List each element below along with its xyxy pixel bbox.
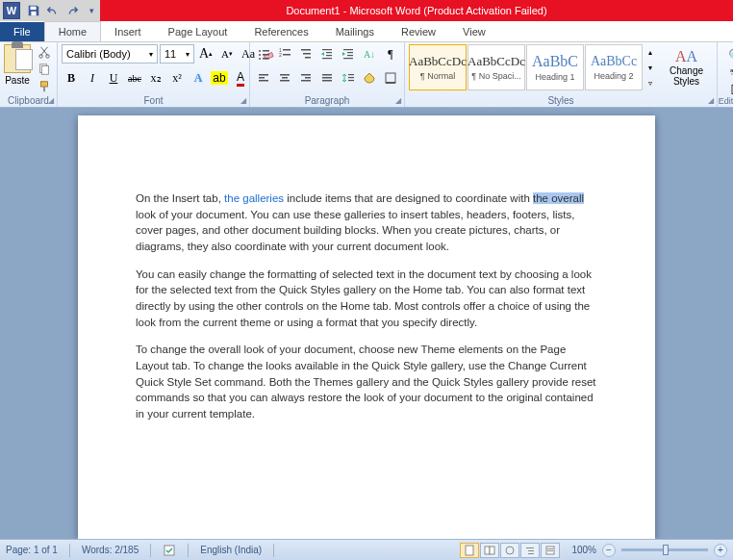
ribbon-tabs: File Home Insert Page Layout References … — [0, 21, 733, 42]
full-screen-reading-view-icon[interactable] — [480, 543, 499, 558]
strikethrough-button[interactable]: abc — [125, 68, 144, 88]
styles-more-icon[interactable]: ▿ — [644, 75, 657, 90]
tab-mailings[interactable]: Mailings — [322, 22, 388, 41]
borders-button[interactable] — [381, 68, 400, 88]
tab-insert[interactable]: Insert — [101, 22, 155, 41]
italic-button[interactable]: I — [83, 68, 102, 88]
style-heading-2[interactable]: AaBbCcHeading 2 — [585, 44, 643, 90]
bold-button[interactable]: B — [62, 68, 81, 88]
align-center-button[interactable] — [275, 68, 294, 88]
subscript-button[interactable]: x₂ — [146, 68, 165, 88]
text-effects-button[interactable]: A — [189, 68, 208, 88]
font-name-combo[interactable]: Calibri (Body)▾ — [62, 44, 158, 64]
shrink-font-button[interactable]: A▾ — [217, 44, 237, 64]
styles-scroll-down-icon[interactable]: ▾ — [644, 60, 657, 75]
tab-view[interactable]: View — [449, 22, 499, 41]
svg-rect-49 — [466, 546, 473, 555]
group-label-font: Font — [58, 95, 249, 106]
underline-button[interactable]: U — [104, 68, 123, 88]
document-page[interactable]: On the Insert tab, the galleries include… — [78, 115, 655, 539]
decrease-indent-button[interactable] — [317, 44, 337, 64]
style-no-spacing[interactable]: AaBbCcDc¶ No Spaci... — [468, 44, 525, 90]
highlight-button[interactable]: ab — [210, 68, 229, 88]
bullets-button[interactable] — [254, 44, 273, 64]
paragraph-2[interactable]: You can easily change the formatting of … — [136, 267, 597, 331]
tab-review[interactable]: Review — [388, 22, 449, 41]
svg-rect-54 — [528, 550, 534, 551]
svg-rect-57 — [547, 548, 553, 549]
font-color-button[interactable]: A — [231, 68, 250, 88]
status-proofing-icon[interactable] — [163, 544, 176, 557]
styles-gallery[interactable]: AaBbCcDc¶ Normal AaBbCcDc¶ No Spaci... A… — [409, 44, 657, 90]
zoom-in-button[interactable]: + — [714, 544, 727, 557]
numbering-button[interactable]: 12 — [275, 44, 294, 64]
redo-icon[interactable] — [63, 2, 81, 19]
undo-icon[interactable] — [44, 2, 62, 19]
svg-rect-12 — [263, 54, 269, 56]
hyperlink-galleries[interactable]: the galleries — [224, 192, 284, 204]
svg-rect-20 — [303, 53, 311, 55]
save-icon[interactable] — [25, 2, 42, 19]
show-hide-button[interactable]: ¶ — [381, 44, 400, 64]
style-normal[interactable]: AaBbCcDc¶ Normal — [409, 44, 467, 90]
zoom-out-button[interactable]: − — [602, 544, 616, 557]
svg-rect-19 — [301, 49, 311, 51]
superscript-button[interactable]: x² — [167, 68, 187, 88]
find-icon[interactable]: 🔍 — [728, 48, 733, 63]
svg-rect-31 — [259, 77, 265, 79]
qat-customize-icon[interactable]: ▾ — [83, 2, 100, 19]
svg-rect-40 — [322, 77, 332, 79]
svg-rect-44 — [348, 80, 354, 81]
line-spacing-button[interactable] — [339, 68, 358, 88]
svg-point-52 — [506, 547, 514, 554]
style-heading-1[interactable]: AaBbCHeading 1 — [526, 44, 584, 90]
zoom-level[interactable]: 100% — [571, 545, 596, 555]
paragraph-3[interactable]: To change the overall look of your docum… — [136, 342, 597, 421]
tab-references[interactable]: References — [240, 22, 321, 41]
svg-rect-0 — [31, 7, 37, 11]
styles-scroll-up-icon[interactable]: ▴ — [644, 44, 657, 60]
paste-button[interactable]: Paste — [4, 44, 31, 86]
justify-button[interactable] — [317, 68, 337, 88]
font-size-combo[interactable]: 11▾ — [160, 44, 194, 64]
svg-point-9 — [259, 50, 261, 52]
paragraph-dialog-launcher-icon[interactable]: ◢ — [395, 96, 401, 105]
web-layout-view-icon[interactable] — [500, 543, 519, 558]
status-page[interactable]: Page: 1 of 1 — [6, 545, 58, 555]
styles-dialog-launcher-icon[interactable]: ◢ — [708, 96, 714, 105]
svg-rect-16 — [283, 49, 291, 51]
sort-button[interactable]: A↓ — [360, 44, 379, 64]
multilevel-list-button[interactable] — [296, 44, 316, 64]
change-styles-button[interactable]: AA Change Styles — [660, 44, 713, 87]
tab-home[interactable]: Home — [44, 21, 101, 41]
svg-rect-36 — [301, 74, 311, 76]
font-dialog-launcher-icon[interactable]: ◢ — [240, 96, 246, 105]
print-layout-view-icon[interactable] — [460, 543, 479, 558]
ribbon: Paste Clipboard ◢ Calibri (Body)▾ 11▾ A▴… — [0, 42, 733, 108]
status-words[interactable]: Words: 2/185 — [82, 545, 139, 555]
paragraph-1[interactable]: On the Insert tab, the galleries include… — [136, 191, 597, 255]
format-painter-icon[interactable] — [36, 79, 53, 94]
svg-point-11 — [259, 54, 261, 56]
title-bar: W ▾ Document1 - Microsoft Word (Product … — [0, 0, 733, 21]
increase-indent-button[interactable] — [339, 44, 358, 64]
svg-text:2: 2 — [279, 52, 282, 58]
svg-rect-55 — [528, 553, 534, 554]
replace-icon[interactable]: ab — [729, 66, 733, 80]
outline-view-icon[interactable] — [520, 543, 540, 558]
zoom-slider[interactable] — [621, 548, 708, 551]
tab-page-layout[interactable]: Page Layout — [155, 22, 241, 41]
zoom-slider-thumb[interactable] — [663, 545, 669, 555]
clipboard-dialog-launcher-icon[interactable]: ◢ — [48, 96, 54, 105]
cut-icon[interactable] — [36, 44, 53, 60]
grow-font-button[interactable]: A▴ — [196, 44, 215, 64]
align-left-button[interactable] — [254, 68, 273, 88]
tab-file[interactable]: File — [0, 22, 44, 41]
svg-rect-21 — [305, 57, 311, 59]
svg-rect-22 — [322, 49, 332, 50]
draft-view-icon[interactable] — [541, 543, 560, 558]
status-language[interactable]: English (India) — [200, 545, 262, 555]
copy-icon[interactable] — [36, 62, 53, 77]
shading-button[interactable] — [360, 68, 379, 88]
align-right-button[interactable] — [296, 68, 316, 88]
